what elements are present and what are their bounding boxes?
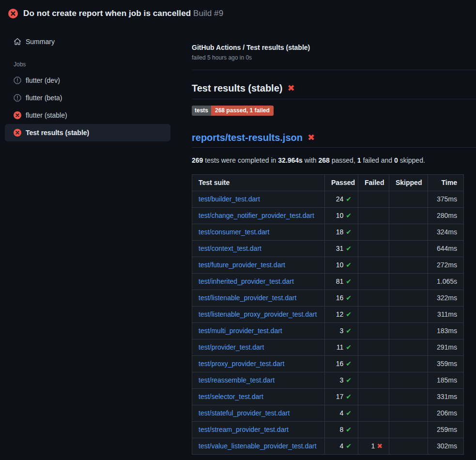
failed-cell — [358, 323, 389, 339]
check-icon: ✔ — [346, 195, 352, 203]
failed-cell — [358, 422, 389, 438]
sidebar-item-label: Summary — [26, 38, 55, 46]
sidebar-item-flutter-dev[interactable]: flutter (dev) — [5, 72, 170, 89]
failed-cell — [358, 356, 389, 372]
table-row: test/future_provider_test.dart10✔272ms — [192, 257, 464, 274]
test-suite-link[interactable]: test/listenable_proxy_provider_test.dart — [199, 310, 317, 318]
test-suite-link[interactable]: test/context_test.dart — [199, 245, 261, 252]
check-icon: ✔ — [346, 442, 352, 450]
table-row: test/builder_test.dart24✔375ms — [192, 191, 464, 208]
suite-cell: test/builder_test.dart — [192, 191, 325, 208]
time-cell: 311ms — [428, 307, 464, 323]
column-header-skipped: Skipped — [389, 175, 428, 191]
passed-count: 8 — [339, 426, 343, 433]
check-icon: ✔ — [346, 277, 352, 285]
build-header: Do not create report when job is cancell… — [0, 0, 476, 25]
passed-count: 3 — [339, 327, 343, 335]
failed-cell — [358, 389, 389, 405]
table-row: test/value_listenable_provider_test.dart… — [192, 438, 464, 455]
passed-count: 31 — [336, 245, 344, 252]
test-suite-link[interactable]: test/provider_test.dart — [199, 343, 264, 351]
home-icon — [14, 38, 21, 46]
time-cell: 331ms — [428, 389, 464, 405]
sidebar-item-summary[interactable]: Summary — [5, 33, 170, 50]
test-suite-link[interactable]: test/listenable_provider_test.dart — [199, 294, 296, 302]
test-suite-link[interactable]: test/stream_provider_test.dart — [199, 426, 289, 433]
passed-cell: 8✔ — [325, 422, 358, 438]
check-run-title: GitHub Actions / Test results (stable) — [192, 43, 476, 52]
failed-cell — [358, 257, 389, 274]
passed-count: 24 — [336, 195, 344, 203]
skipped-cell — [389, 438, 428, 455]
passed-count: 4 — [339, 442, 343, 450]
table-row: test/consumer_test.dart18✔324ms — [192, 224, 464, 241]
test-suite-link[interactable]: test/change_notifier_provider_test.dart — [199, 212, 314, 219]
passed-cell: 17✔ — [325, 389, 358, 405]
test-suite-link[interactable]: test/stateful_provider_test.dart — [199, 409, 290, 417]
table-row: test/provider_test.dart11✔291ms — [192, 339, 464, 356]
test-suite-link[interactable]: test/selector_test.dart — [199, 393, 263, 400]
suite-cell: test/value_listenable_provider_test.dart — [192, 438, 325, 455]
test-suite-link[interactable]: test/consumer_test.dart — [199, 228, 269, 236]
table-row: test/selector_test.dart17✔331ms — [192, 389, 464, 405]
check-icon: ✔ — [346, 310, 352, 318]
passed-cell: 3✔ — [325, 323, 358, 339]
sidebar-item-flutter-stable[interactable]: flutter (stable) — [5, 107, 170, 124]
passed-count: 18 — [336, 228, 344, 236]
passed-cell: 16✔ — [325, 290, 358, 307]
check-icon: ✔ — [346, 343, 352, 351]
summary-number: 32.964s — [278, 156, 303, 164]
sidebar-jobs: flutter (dev)flutter (beta)flutter (stab… — [0, 72, 192, 141]
test-suite-link[interactable]: test/inherited_provider_test.dart — [199, 277, 294, 285]
test-suite-link[interactable]: test/reassemble_test.dart — [199, 376, 275, 384]
failed-cell: 1✖ — [358, 438, 389, 455]
test-suite-link[interactable]: test/future_provider_test.dart — [199, 261, 285, 269]
suite-cell: test/reassemble_test.dart — [192, 372, 325, 389]
skipped-cell — [389, 422, 428, 438]
test-suite-link[interactable]: test/value_listenable_provider_test.dart — [199, 442, 317, 450]
check-run-status-text: failed 5 hours ago in 0s — [192, 54, 476, 62]
test-suite-link[interactable]: test/proxy_provider_test.dart — [199, 360, 284, 368]
skipped-cell — [389, 274, 428, 290]
build-number: Build #9 — [193, 9, 223, 18]
table-row: test/change_notifier_provider_test.dart1… — [192, 208, 464, 224]
skipped-cell — [389, 191, 428, 208]
passed-count: 10 — [336, 261, 344, 269]
column-header-failed: Failed — [358, 175, 389, 191]
summary-text: skipped. — [398, 156, 425, 164]
passed-cell: 10✔ — [325, 208, 358, 224]
suite-cell: test/context_test.dart — [192, 241, 325, 257]
failed-cell — [358, 224, 389, 241]
summary-number: 0 — [394, 156, 398, 164]
failed-cell — [358, 307, 389, 323]
passed-cell: 31✔ — [325, 241, 358, 257]
test-suite-link[interactable]: test/multi_provider_test.dart — [199, 327, 282, 335]
passed-cell: 11✔ — [325, 339, 358, 356]
time-cell: 322ms — [428, 290, 464, 307]
tests-badge: tests 268 passed, 1 failed — [192, 106, 274, 116]
x-icon: ✖ — [377, 442, 383, 450]
test-summary-text: 269 tests were completed in 32.964s with… — [192, 156, 476, 165]
summary-text: failed and — [361, 156, 395, 164]
skipped-cell — [389, 356, 428, 372]
skipped-cell — [389, 208, 428, 224]
passed-count: 16 — [336, 294, 344, 302]
test-suite-link[interactable]: test/builder_test.dart — [199, 195, 260, 203]
check-icon: ✔ — [346, 327, 352, 335]
skipped-cell — [389, 323, 428, 339]
time-cell: 359ms — [428, 356, 464, 372]
table-row: test/reassemble_test.dart3✔185ms — [192, 372, 464, 389]
skipped-cell — [389, 224, 428, 241]
sidebar-item-test-results-stable[interactable]: Test results (stable) — [5, 124, 170, 141]
report-file-link[interactable]: reports/test-results.json — [192, 131, 303, 144]
sidebar-item-label: flutter (stable) — [26, 111, 67, 119]
passed-cell: 16✔ — [325, 356, 358, 372]
suite-cell: test/selector_test.dart — [192, 389, 325, 405]
page-title: Do not create report when job is cancell… — [23, 9, 223, 18]
passed-count: 3 — [339, 376, 343, 384]
check-run-panel: GitHub Actions / Test results (stable) f… — [192, 25, 476, 455]
failed-cell — [358, 405, 389, 422]
passed-cell: 4✔ — [325, 405, 358, 422]
test-results-table: Test suitePassedFailedSkippedTime test/b… — [192, 174, 464, 455]
sidebar-item-flutter-beta[interactable]: flutter (beta) — [5, 89, 170, 107]
